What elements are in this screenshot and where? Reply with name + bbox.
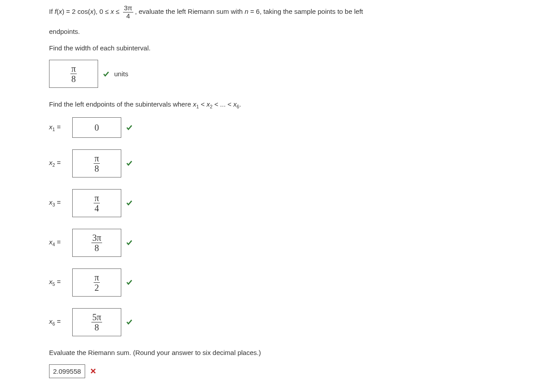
check-icon — [126, 160, 133, 167]
question-line4: Find the left endpoints of the subinterv… — [49, 99, 486, 110]
units-label: units — [114, 69, 128, 78]
endpoint-input-3[interactable]: π4 — [72, 189, 121, 217]
endpoint-input-1[interactable]: 0 — [72, 117, 121, 138]
check-icon — [103, 70, 110, 78]
endpoint-row-2: x2 =π8 — [49, 149, 486, 177]
endpoint-input-6[interactable]: 5π8 — [72, 308, 121, 336]
question-line3: Find the width of each subinterval. — [49, 43, 486, 53]
final-answer-input[interactable]: 2.099558 — [49, 364, 85, 378]
question-line2: endpoints. — [49, 27, 486, 36]
endpoint-row-3: x3 =π4 — [49, 189, 486, 217]
endpoint-row-4: x4 =3π8 — [49, 229, 486, 257]
endpoint-label-2: x2 = — [49, 158, 68, 169]
endpoint-row-6: x6 =5π8 — [49, 308, 486, 336]
final-row: 2.099558 — [49, 364, 486, 378]
endpoint-label-4: x4 = — [49, 237, 68, 248]
endpoint-input-5[interactable]: π2 — [72, 268, 121, 297]
cross-icon — [90, 367, 97, 375]
check-icon — [126, 318, 133, 326]
endpoint-label-3: x3 = — [49, 198, 68, 208]
endpoint-label-1: x1 = — [49, 122, 68, 133]
question-line5: Evaluate the Riemann sum. (Round your an… — [49, 348, 486, 357]
question-line1: If f(x) = 2 cos(x), 0 ≤ x ≤ 3π4, evaluat… — [49, 4, 486, 20]
endpoint-input-2[interactable]: π8 — [72, 149, 121, 177]
endpoint-row-1: x1 =0 — [49, 117, 486, 138]
width-input[interactable]: π8 — [49, 60, 98, 88]
check-icon — [126, 124, 133, 131]
check-icon — [126, 279, 133, 286]
width-row: π8 units — [49, 60, 486, 88]
endpoint-row-5: x5 =π2 — [49, 268, 486, 297]
endpoint-input-4[interactable]: 3π8 — [72, 229, 121, 257]
endpoint-label-6: x6 = — [49, 317, 68, 327]
endpoint-label-5: x5 = — [49, 277, 68, 288]
check-icon — [126, 239, 133, 246]
check-icon — [126, 199, 133, 206]
